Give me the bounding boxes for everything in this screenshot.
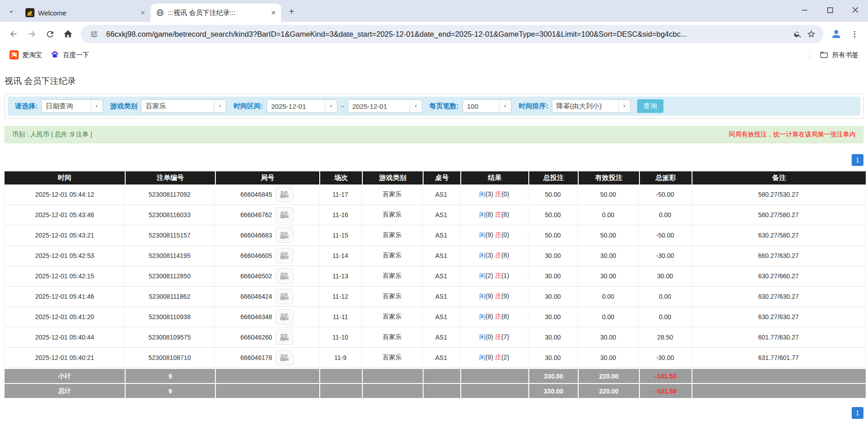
cell-valid-bet: 30.00 — [578, 246, 639, 266]
cell-payout: -30.00 — [639, 246, 692, 266]
forward-button[interactable] — [23, 25, 41, 43]
video-replay-button[interactable] — [275, 248, 293, 263]
all-bookmarks-area: 所有书签 — [808, 49, 863, 61]
cell-result: 闲(0) 庄(7) — [460, 327, 528, 348]
browser-menu-button[interactable] — [845, 25, 863, 43]
column-header: 场次 — [319, 171, 362, 184]
chevron-down-icon[interactable]: ▼ — [325, 100, 337, 112]
maximize-button[interactable] — [817, 0, 843, 20]
video-replay-button[interactable] — [275, 330, 293, 345]
minimize-button[interactable] — [792, 0, 817, 20]
profile-button[interactable] — [827, 25, 845, 43]
cell-total-bet[interactable]: 30.00 — [528, 348, 578, 368]
back-button[interactable] — [5, 25, 23, 43]
reload-icon — [45, 29, 55, 39]
chevron-down-icon[interactable]: ▼ — [618, 100, 630, 112]
cell-total-bet[interactable]: 30.00 — [528, 327, 578, 348]
star-icon — [807, 29, 816, 39]
subtotal-empty-cell — [460, 368, 528, 383]
banker-score: (1) — [501, 272, 509, 279]
url-text: 66cxkj98.com/game/betrecord_search/kind3… — [106, 30, 786, 39]
chevron-down-icon[interactable]: ▼ — [214, 100, 226, 112]
video-replay-button[interactable] — [275, 207, 293, 223]
player-score: (8) — [485, 313, 493, 320]
cell-total-bet[interactable]: 30.00 — [528, 266, 578, 286]
video-replay-button[interactable] — [275, 309, 293, 325]
total-empty-cell — [319, 383, 362, 398]
date-start-dropdown[interactable]: 2025-12-01 ▼ — [267, 99, 337, 113]
bookmark-star-button[interactable] — [805, 27, 818, 41]
page-number-button[interactable]: 1 — [852, 407, 863, 419]
page-content: 视讯 会员下注纪录 请选择: 日期查询 ▼ 游戏类别 百家乐 ▼ 时间区间: 2… — [0, 75, 868, 419]
select-label: 请选择: — [15, 102, 38, 111]
cell-total-bet[interactable]: 30.00 — [528, 286, 578, 307]
video-replay-button[interactable] — [275, 228, 293, 243]
tab-search-button[interactable] — [5, 5, 18, 19]
chevron-down-icon[interactable]: ▼ — [90, 100, 102, 112]
tab-title: Welcome — [38, 9, 135, 17]
bookmark-baidu[interactable]: 百度一下 — [46, 49, 93, 61]
chevron-down-icon[interactable]: ▼ — [499, 100, 511, 112]
column-header: 有效投注 — [578, 171, 639, 184]
cell-remark: 630.27/630.27 — [692, 307, 866, 327]
table-row: 2025-12-01 05:43:46523008116033666046762… — [5, 205, 866, 225]
date-end-dropdown[interactable]: 2025-12-01 ▼ — [348, 99, 422, 113]
tab-welcome[interactable]: Welcome — [20, 4, 151, 22]
cell-total-bet[interactable]: 50.00 — [528, 184, 578, 205]
cell-table-no: AS1 — [423, 286, 460, 307]
site-info-button[interactable] — [87, 27, 101, 41]
banker-score: (8) — [501, 211, 509, 218]
table-row: 2025-12-01 05:41:46523008111862666046424… — [5, 286, 866, 307]
url-bar[interactable]: 66cxkj98.com/game/betrecord_search/kind3… — [81, 25, 824, 43]
filter-panel: 请选择: 日期查询 ▼ 游戏类别 百家乐 ▼ 时间区间: 2025-12-01 … — [5, 93, 863, 119]
video-replay-button[interactable] — [275, 350, 293, 365]
subtotal-empty-cell — [215, 368, 319, 383]
all-bookmarks-button[interactable]: 所有书签 — [815, 49, 863, 61]
round-wrap: 666046348 — [215, 309, 318, 325]
cell-total-bet[interactable]: 30.00 — [528, 246, 578, 266]
video-replay-icon — [279, 190, 289, 199]
summary-bar: 币别 : 人民币 | 总共 :9 注单 | 同局有效投注，统一计算在该局第一张注… — [5, 126, 863, 143]
search-button[interactable]: 查询 — [637, 99, 663, 113]
cell-result: 闲(8) 庄(8) — [460, 307, 528, 327]
chevron-down-icon[interactable]: ▼ — [410, 100, 422, 112]
total-empty-cell — [423, 383, 460, 398]
sort-label: 时间排序: — [519, 102, 548, 111]
close-window-button[interactable] — [843, 0, 868, 20]
tab-betrecord[interactable]: :::视讯 会员下注纪录::: — [151, 4, 281, 22]
cell-round: 666046683 — [215, 225, 319, 246]
reload-button[interactable] — [41, 25, 59, 43]
cell-total-bet[interactable]: 30.00 — [528, 307, 578, 327]
tab-close-icon[interactable] — [269, 9, 278, 17]
tab-close-icon[interactable] — [138, 9, 147, 17]
query-type-dropdown[interactable]: 日期查询 ▼ — [41, 99, 103, 113]
cell-time: 2025-12-01 05:41:20 — [5, 307, 125, 327]
video-replay-icon — [279, 333, 289, 342]
per-page-dropdown[interactable]: 100 ▼ — [463, 99, 512, 113]
video-replay-button[interactable] — [275, 187, 293, 202]
sort-dropdown[interactable]: 降幂(由大到小) ▼ — [552, 99, 631, 113]
player-score: (3) — [485, 190, 493, 198]
total-empty-cell — [362, 383, 423, 398]
home-button[interactable] — [59, 25, 77, 43]
page-number-button[interactable]: 1 — [852, 154, 863, 166]
subtotal-empty-cell — [319, 368, 362, 383]
cell-payout: 0.00 — [639, 307, 692, 327]
cell-total-bet[interactable]: 50.00 — [528, 225, 578, 246]
cell-total-bet[interactable]: 50.00 — [528, 205, 578, 225]
video-replay-button[interactable] — [275, 289, 293, 304]
total-count: 9 — [125, 383, 215, 398]
round-wrap: 666046424 — [215, 289, 318, 304]
bookmark-taobao[interactable]: 淘 爱淘宝 — [5, 49, 46, 61]
new-tab-button[interactable] — [285, 5, 298, 18]
bookmark-label: 百度一下 — [63, 51, 89, 59]
plus-icon — [288, 8, 295, 15]
game-type-dropdown[interactable]: 百家乐 ▼ — [141, 99, 226, 113]
cell-bet-id: 523008112850 — [125, 266, 215, 286]
baidu-paw-icon — [50, 50, 59, 59]
zoom-level-button[interactable] — [791, 27, 805, 41]
video-replay-button[interactable] — [275, 268, 293, 284]
date-end-value: 2025-12-01 — [348, 100, 410, 112]
round-number: 666046762 — [240, 211, 272, 218]
pagination-top: 1 — [5, 154, 863, 166]
